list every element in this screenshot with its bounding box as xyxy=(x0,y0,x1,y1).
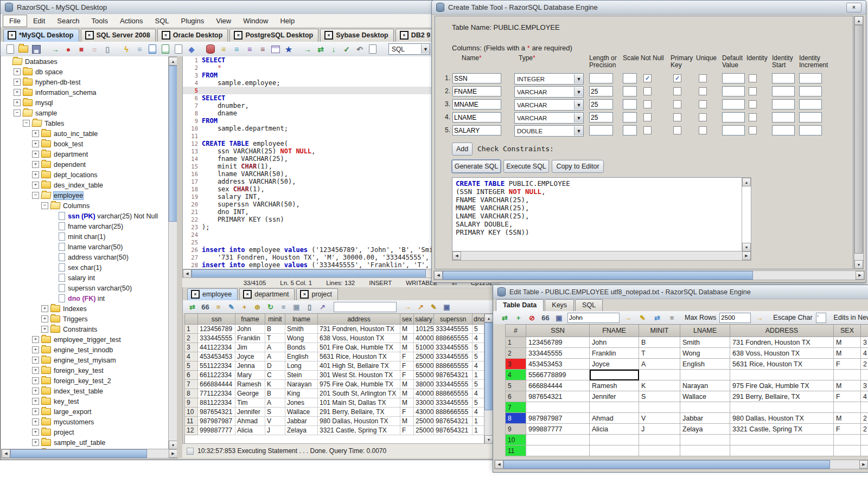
cell[interactable]: English xyxy=(680,359,730,370)
cell[interactable]: Joyce xyxy=(590,359,639,370)
cell[interactable]: 980 Dallas, Houston TX xyxy=(730,413,834,424)
tree-horizontal-scrollbar[interactable]: ◀ ▶ xyxy=(1,449,178,458)
results-tab-project[interactable]: ×project xyxy=(296,288,338,300)
cell[interactable]: 2 xyxy=(861,424,868,435)
cell[interactable]: 333445555 xyxy=(434,343,473,352)
cell[interactable]: 201 South St, Arlington TX xyxy=(318,389,400,398)
cell[interactable]: Ahmad xyxy=(235,417,265,426)
edit-filter-icon[interactable]: ✎ xyxy=(226,302,237,312)
tab-close-icon[interactable]: × xyxy=(162,31,170,40)
tree-toggle-icon[interactable]: − xyxy=(41,202,48,209)
table-row[interactable]: 3453453453JoyceAEnglish5631 Rice, Housto… xyxy=(506,359,868,370)
copy-to-editor-button[interactable]: Copy to Editor xyxy=(552,160,604,173)
tab-close-icon[interactable]: × xyxy=(191,290,200,299)
scale-input[interactable] xyxy=(623,112,637,122)
scroll-up-icon[interactable]: ▲ xyxy=(169,57,177,66)
cell[interactable] xyxy=(861,370,868,380)
cell[interactable]: 333445555 xyxy=(434,398,473,408)
tab-close-icon[interactable]: × xyxy=(243,290,252,299)
tree-item-indexes[interactable]: +Indexes xyxy=(1,303,168,314)
window-icon[interactable]: ▣ xyxy=(291,302,302,312)
edit-table-grid[interactable]: #SSNFNAMEMINITLNAMEADDRESSSEX1123456789J… xyxy=(505,324,868,456)
scroll-up-icon[interactable]: ▲ xyxy=(742,178,751,186)
row-number-cell[interactable]: 4 xyxy=(506,370,526,380)
search-input[interactable] xyxy=(567,313,620,323)
cell[interactable]: 731 Fondren, Houston TX xyxy=(730,337,834,348)
cell[interactable]: 441122334 xyxy=(198,343,235,352)
cell[interactable]: 888666555 xyxy=(434,408,473,417)
cell[interactable]: F xyxy=(400,408,414,417)
dialog-titlebar[interactable]: Create Table Tool - RazorSQL Database En… xyxy=(432,1,866,15)
scroll-down-icon[interactable]: ▼ xyxy=(484,435,493,444)
cell[interactable]: 987987987 xyxy=(198,417,235,426)
cell[interactable]: 333445555 xyxy=(434,352,473,361)
generate-edits-icon[interactable]: ✎ xyxy=(637,313,648,323)
cell[interactable] xyxy=(526,435,590,445)
tree-toggle-icon[interactable]: + xyxy=(41,326,48,333)
save-icon[interactable]: ▣ xyxy=(554,313,564,323)
edit-titlebar[interactable]: Edit Table - PUBLIC.EMPLOYEE utf8_notepa… xyxy=(493,285,868,299)
results-table[interactable]: ssnfnameminitlnameaddresssexsalarysupers… xyxy=(184,313,484,435)
connection-tab-db2-9[interactable]: ×DB2 9 xyxy=(395,29,436,42)
cell[interactable]: 987654321 xyxy=(526,391,590,402)
scroll-thumb[interactable] xyxy=(854,25,863,254)
identity-increment-input[interactable] xyxy=(799,73,822,83)
cell[interactable]: A xyxy=(639,359,680,370)
cell[interactable]: Stein xyxy=(285,371,318,380)
cell[interactable]: S xyxy=(265,408,285,417)
table-row[interactable]: 11 xyxy=(506,445,868,456)
tree-toggle-icon[interactable]: + xyxy=(14,99,21,106)
cell[interactable]: 333445555 xyxy=(434,325,473,334)
tree-item-superssn-varchar-50-[interactable]: superssn varchar(50) xyxy=(1,283,168,293)
new-file-icon[interactable] xyxy=(7,44,14,54)
cell[interactable]: 5 xyxy=(473,398,484,408)
cell[interactable]: Joyce xyxy=(235,352,265,361)
cell[interactable]: 1 xyxy=(185,325,198,334)
cell[interactable]: Jones xyxy=(285,398,318,408)
tree-item-triggers[interactable]: +Triggers xyxy=(1,314,168,324)
cell[interactable]: King xyxy=(285,389,318,398)
tree-item-address-varchar-50-[interactable]: address varchar(50) xyxy=(1,252,168,262)
cell[interactable]: M xyxy=(834,413,861,424)
tree-item-minit-char-1-[interactable]: minit char(1) xyxy=(1,231,168,242)
tree-item-information-schema[interactable]: +information_schema xyxy=(1,87,168,98)
paste-icon[interactable] xyxy=(369,44,376,54)
fetch-icon[interactable]: ↓ xyxy=(328,44,339,55)
cell[interactable]: 999887777 xyxy=(198,426,235,435)
tree-toggle-icon[interactable]: + xyxy=(32,387,39,395)
menu-item-file[interactable]: File xyxy=(3,15,27,27)
cell[interactable]: Narayan xyxy=(285,380,318,389)
cell[interactable]: M xyxy=(400,417,414,426)
cell[interactable]: 453453453 xyxy=(526,359,590,370)
sql-textarea-vscroll[interactable]: ▲ ▼ xyxy=(742,177,751,252)
cell[interactable]: Franklin xyxy=(235,334,265,343)
generate-sql-button[interactable]: Generate SQL xyxy=(452,160,501,173)
cell[interactable]: B xyxy=(265,325,285,334)
primary-key-checkbox[interactable]: ✓ xyxy=(673,74,681,82)
cell[interactable]: 980 Dallas, Houston TX xyxy=(318,417,400,426)
tree-toggle-icon[interactable]: − xyxy=(32,192,39,199)
new-file-icon[interactable] xyxy=(5,44,16,55)
cell[interactable]: John xyxy=(590,337,639,348)
cell[interactable]: 11 xyxy=(185,417,198,426)
cell[interactable]: B xyxy=(265,389,285,398)
cell[interactable]: 888665555 xyxy=(434,389,473,398)
insert-row-icon[interactable]: + xyxy=(239,302,250,312)
cell[interactable]: Zelaya xyxy=(285,426,318,435)
database-tools-icon[interactable] xyxy=(205,44,216,55)
column-header[interactable]: ADDRESS xyxy=(730,325,834,337)
cell[interactable]: 3 xyxy=(185,343,198,352)
identity-checkbox[interactable] xyxy=(749,87,757,95)
primary-key-checkbox[interactable] xyxy=(673,100,681,108)
cell[interactable]: F xyxy=(400,371,414,380)
tree-toggle-icon[interactable]: + xyxy=(32,346,39,353)
cell[interactable]: 101 Main St, Dallas TX xyxy=(318,398,400,408)
export-icon[interactable]: ↗ xyxy=(317,302,328,312)
column-header[interactable]: dno xyxy=(473,314,484,325)
cell[interactable]: 333445555 xyxy=(526,348,590,359)
tree-toggle-icon[interactable]: + xyxy=(41,305,48,312)
cell[interactable]: Smith xyxy=(680,337,730,348)
column-header[interactable]: sex xyxy=(400,314,414,325)
menu-item-view[interactable]: View xyxy=(210,15,237,27)
cell[interactable]: 291 Berry, Bellaire, TX xyxy=(730,391,834,402)
